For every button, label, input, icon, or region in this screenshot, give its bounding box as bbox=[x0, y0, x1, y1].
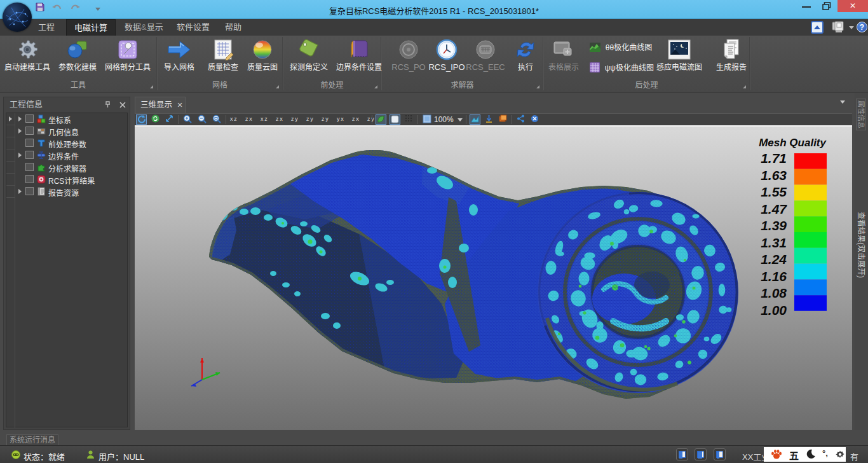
svg-text:Mesh Quality: Mesh Quality bbox=[759, 137, 827, 149]
svg-text:1.16: 1.16 bbox=[761, 269, 787, 284]
svg-text:1.55: 1.55 bbox=[761, 184, 787, 199]
svg-text:1.31: 1.31 bbox=[761, 235, 787, 250]
svg-text:1.63: 1.63 bbox=[761, 168, 787, 183]
svg-text:1.00: 1.00 bbox=[761, 303, 787, 317]
svg-text:1.71: 1.71 bbox=[761, 151, 787, 165]
svg-text:1.47: 1.47 bbox=[761, 202, 787, 216]
svg-text:1.24: 1.24 bbox=[761, 252, 787, 266]
svg-text:1.39: 1.39 bbox=[761, 218, 787, 233]
svg-text:1.08: 1.08 bbox=[761, 286, 787, 300]
